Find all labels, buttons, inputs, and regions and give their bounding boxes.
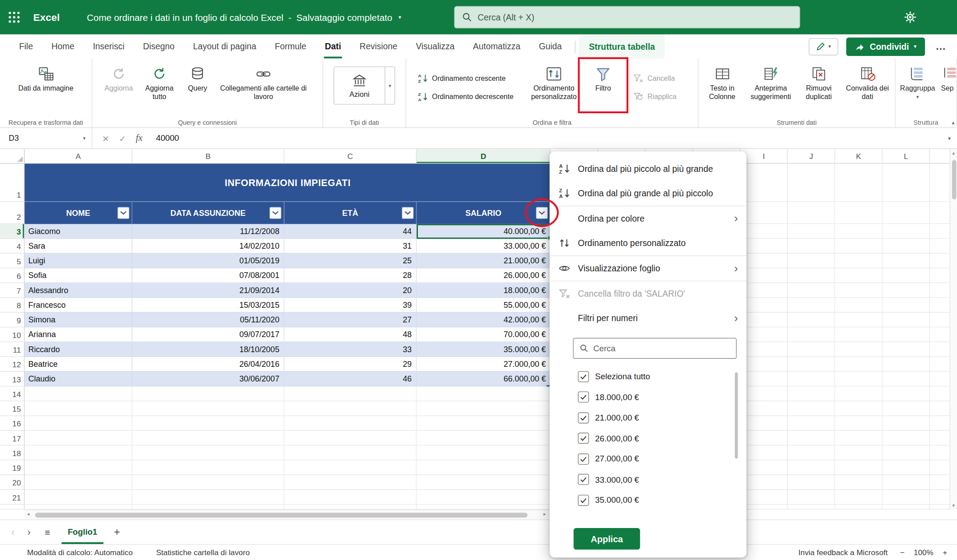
vertical-scrollbar[interactable]: ▴ ▾ (949, 149, 957, 509)
filter-value-5[interactable]: 35.000,00 € (578, 490, 747, 510)
cell-A17[interactable] (24, 431, 132, 445)
app-name[interactable]: Excel (33, 12, 60, 23)
cell-J2[interactable] (788, 202, 835, 224)
column-header-L[interactable]: L (882, 149, 930, 163)
cell-K19[interactable] (835, 461, 883, 475)
calculation-mode-status[interactable]: Modalità di calcolo: Automatico (27, 548, 133, 556)
cell-K17[interactable] (835, 431, 883, 445)
scroll-left-icon[interactable]: ◂ (27, 512, 30, 517)
cell-J8[interactable] (788, 298, 835, 313)
cell-K3[interactable] (835, 224, 883, 238)
cell-L10[interactable] (882, 327, 930, 342)
filter-search-box[interactable] (573, 338, 737, 359)
cell-C13[interactable]: 46 (284, 372, 417, 386)
cell-D18[interactable] (417, 445, 551, 460)
filter-value-4[interactable]: 33.000,00 € (578, 469, 747, 490)
cell-C14[interactable] (284, 386, 417, 401)
cell-J15[interactable] (788, 401, 835, 416)
row-header-5[interactable]: 5 (0, 254, 24, 268)
row-header-3[interactable]: 3 (0, 224, 24, 238)
ordinamento-crescente-button[interactable]: AZ Ordinamento crescente (413, 70, 524, 86)
cell-B6[interactable]: 07/08/2001 (132, 268, 284, 283)
column-header-C[interactable]: C (284, 149, 417, 163)
cell-M5[interactable] (930, 254, 949, 268)
cell-B19[interactable] (132, 461, 284, 475)
cell-K11[interactable] (835, 342, 883, 357)
tab-home[interactable]: Home (42, 35, 83, 59)
cell-M9[interactable] (930, 313, 949, 327)
cell-I9[interactable] (740, 313, 788, 327)
share-button[interactable]: Condividi ▾ (846, 37, 925, 56)
cell-L13[interactable] (882, 372, 930, 386)
tab-dati[interactable]: Dati (316, 35, 350, 59)
cell-A5[interactable]: Luigi (24, 254, 132, 268)
cell-D9[interactable]: 42.000,00 € (417, 313, 551, 327)
filter-dropdown-salario[interactable] (536, 207, 548, 218)
ordinamento-personalizzato-button[interactable]: Ordinamento personalizzato (524, 62, 584, 104)
cell-I11[interactable] (740, 342, 788, 357)
cell-B11[interactable]: 18/10/2005 (132, 342, 284, 357)
cell-K14[interactable] (835, 386, 883, 401)
cell-D4[interactable]: 33.000,00 € (417, 239, 551, 254)
cell-A22[interactable] (24, 504, 132, 509)
cell-L3[interactable] (882, 224, 930, 238)
next-sheet-button[interactable]: › (21, 527, 37, 538)
cell-K18[interactable] (835, 445, 883, 460)
cell-B4[interactable]: 14/02/2010 (132, 239, 284, 254)
cell-M4[interactable] (930, 239, 949, 254)
expand-formula-bar-icon[interactable]: ▾ (948, 128, 957, 148)
tab-struttura-tabella[interactable]: Struttura tabella (579, 35, 665, 58)
tab-automatizza[interactable]: Automatizza (464, 35, 529, 59)
cell-I14[interactable] (740, 386, 788, 401)
row-header-9[interactable]: 9 (0, 313, 24, 327)
rimuovi-duplicati-button[interactable]: Rimuovi duplicati (797, 62, 840, 104)
cell-L12[interactable] (882, 357, 930, 372)
cell-C4[interactable]: 31 (284, 239, 417, 254)
cell-A4[interactable]: Sara (24, 239, 132, 254)
column-header-J[interactable]: J (788, 149, 835, 163)
cell-L7[interactable] (882, 283, 930, 298)
cell-L5[interactable] (882, 254, 930, 268)
row-header-8[interactable]: 8 (0, 298, 24, 313)
raggruppa-button[interactable]: Raggruppa ▾ (897, 62, 938, 103)
cell-C3[interactable]: 44 (284, 224, 417, 238)
cell-I16[interactable] (740, 416, 788, 431)
cell-J9[interactable] (788, 313, 835, 327)
cell-I1[interactable] (740, 164, 788, 202)
row-header-20[interactable]: 20 (0, 475, 24, 490)
list-scrollbar-thumb[interactable] (735, 372, 738, 458)
cell-D12[interactable]: 27.000,00 € (417, 357, 551, 372)
cell-D19[interactable] (417, 461, 551, 475)
save-status[interactable]: Salvataggio completato (296, 12, 392, 23)
cell-C7[interactable]: 20 (284, 283, 417, 298)
cell-B18[interactable] (132, 445, 284, 460)
filter-value-1[interactable]: 21.000,00 € (578, 407, 747, 428)
cell-K2[interactable] (835, 202, 883, 224)
cell-D7[interactable]: 18.000,00 € (417, 283, 551, 298)
cell-M18[interactable] (930, 445, 949, 460)
row-header-10[interactable]: 10 (0, 327, 24, 342)
column-header-M[interactable]: M (930, 149, 949, 163)
cell-L2[interactable] (882, 202, 930, 224)
cell-L16[interactable] (882, 416, 930, 431)
cell-B15[interactable] (132, 401, 284, 416)
row-header-14[interactable]: 14 (0, 386, 24, 401)
cell-A16[interactable] (24, 416, 132, 431)
cell-I7[interactable] (740, 283, 788, 298)
cancel-entry-icon[interactable]: ✕ (102, 133, 109, 143)
cell-M20[interactable] (930, 475, 949, 490)
cell-B9[interactable]: 05/11/2020 (132, 313, 284, 327)
cell-K13[interactable] (835, 372, 883, 386)
cell-J18[interactable] (788, 445, 835, 460)
workbook-statistics-button[interactable]: Statistiche cartella di lavoro (156, 548, 250, 556)
cell-I15[interactable] (740, 401, 788, 416)
cell-K21[interactable] (835, 490, 883, 504)
dati-da-immagine-button[interactable]: Dati da immagine (16, 62, 75, 96)
cell-K1[interactable] (835, 164, 883, 202)
row-header-11[interactable]: 11 (0, 342, 24, 357)
cell-C17[interactable] (284, 431, 417, 445)
select-all-corner[interactable] (0, 149, 24, 163)
cell-I8[interactable] (740, 298, 788, 313)
cell-M14[interactable] (930, 386, 949, 401)
cell-I20[interactable] (740, 475, 788, 490)
